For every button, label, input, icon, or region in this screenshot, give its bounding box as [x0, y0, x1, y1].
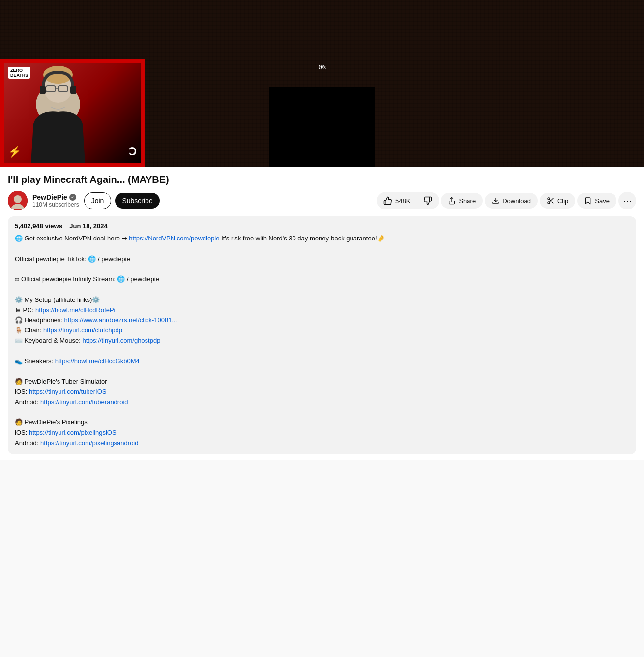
svg-point-13 [548, 202, 550, 204]
download-label: Download [502, 197, 531, 205]
channel-row: PewDiePie ✓ 110M subscribers Join Subscr… [8, 191, 636, 210]
subscriber-count: 110M subscribers [32, 201, 79, 208]
tuber-ios-label: iOS: [15, 388, 27, 395]
headphones-label: 🎧 Headphones: [15, 316, 62, 324]
pc-label: 🖥 PC: [15, 306, 33, 314]
sneakers-label: 👟 Sneakers: [15, 358, 53, 365]
channel-info: PewDiePie ✓ 110M subscribers [32, 193, 79, 208]
video-black-box [269, 87, 375, 167]
pc-link[interactable]: https://howl.me/clHcdRoIePi [35, 306, 116, 314]
pixelings-android-label: Android: [15, 439, 38, 447]
headphones-link[interactable]: https://www.anrdoezrs.net/click-10081... [64, 316, 177, 324]
chair-link[interactable]: https://tinyurl.com/clutchpdp [43, 327, 122, 334]
sneakers-link[interactable]: https://howl.me/clHccGkb0M4 [55, 358, 140, 365]
description-text: 🌐 Get exclusive NordVPN deal here ➡ http… [15, 234, 629, 448]
desc-line1-suffix: It's risk free with Nord's 30 day money-… [221, 235, 384, 242]
save-label: Save [595, 197, 610, 205]
svg-point-9 [14, 195, 22, 203]
thumbs-up-icon [383, 196, 392, 205]
more-icon: ⋯ [623, 195, 632, 206]
save-button[interactable]: Save [577, 193, 616, 209]
svg-line-16 [549, 199, 551, 201]
nordvpn-link[interactable]: https://NordVPN.com/pewdiepie [129, 235, 219, 242]
tuber-android-label: Android: [15, 398, 38, 406]
like-button[interactable]: 548K [377, 192, 417, 209]
thumbs-down-icon [423, 196, 432, 205]
infinity-line: ∞ Official pewdiepie Infinity Stream: 🌐 … [15, 275, 159, 283]
share-button[interactable]: Share [441, 193, 483, 209]
subscribe-button[interactable]: Subscribe [115, 193, 159, 209]
dp-logo: Ↄ [129, 146, 136, 158]
video-thumbnail: ⚡ Ↄ ZERODEATHS [0, 59, 145, 167]
tuber-header: 🧑 PewDiePie's Tuber Simulator [15, 378, 107, 385]
meta-line: 5,402,948 views Jun 18, 2024 [15, 222, 629, 230]
keyboard-label: ⌨️ Keyboard & Mouse: [15, 337, 81, 344]
chair-label: 🪑 Chair: [15, 327, 41, 334]
thumbnail-border: ⚡ Ↄ ZERODEATHS [0, 59, 145, 167]
setup-header: ⚙️ My Setup (affiliate links)⚙️ [15, 296, 100, 303]
view-count: 5,402,948 views [15, 222, 62, 230]
pixelings-ios-link[interactable]: https://tinyurl.com/pixelingsiOS [29, 429, 117, 436]
video-player[interactable]: 0% [0, 0, 644, 167]
channel-avatar[interactable] [8, 191, 28, 210]
svg-point-12 [548, 198, 550, 200]
download-button[interactable]: Download [485, 193, 538, 209]
channel-name-row: PewDiePie ✓ [32, 193, 79, 201]
channel-name[interactable]: PewDiePie [32, 193, 67, 201]
svg-rect-6 [40, 86, 46, 94]
dislike-button[interactable] [417, 192, 439, 209]
tuber-ios-link[interactable]: https://tinyurl.com/tuberIOS [29, 388, 107, 395]
like-count: 548K [395, 197, 410, 205]
bookmark-icon [584, 197, 592, 205]
zero-label: ZERODEATHS [8, 67, 30, 79]
more-button[interactable]: ⋯ [618, 192, 636, 209]
desc-line1: 🌐 Get exclusive NordVPN deal here ➡ [15, 235, 127, 242]
channel-left: PewDiePie ✓ 110M subscribers Join Subscr… [8, 191, 160, 210]
lightning-icon: ⚡ [8, 146, 21, 158]
clip-label: Clip [557, 197, 568, 205]
video-percentage: 0% [318, 63, 326, 71]
scissors-icon [547, 197, 555, 205]
share-icon [448, 197, 456, 205]
pixelings-android-link[interactable]: https://tinyurl.com/pixelingsandroid [40, 439, 138, 447]
svg-rect-7 [70, 86, 76, 94]
tuber-android-link[interactable]: https://tinyurl.com/tuberandroid [40, 398, 128, 406]
actions-row: 548K Share [377, 192, 636, 209]
keyboard-link[interactable]: https://tinyurl.com/ghostpdp [82, 337, 160, 344]
upload-date: Jun 18, 2024 [69, 222, 107, 230]
content-area: I'll play Minecraft Again... (MAYBE) Pew… [0, 167, 644, 460]
pixelings-ios-label: iOS: [15, 429, 27, 436]
like-dislike-group: 548K [377, 192, 439, 209]
verified-badge: ✓ [69, 194, 76, 201]
svg-line-15 [552, 202, 554, 204]
channel-buttons: Join Subscribe [84, 192, 160, 209]
video-title: I'll play Minecraft Again... (MAYBE) [8, 173, 636, 186]
download-icon [492, 197, 499, 205]
join-button[interactable]: Join [84, 192, 112, 209]
clip-button[interactable]: Clip [540, 193, 575, 209]
tiktok-line: Official pewdiepie TikTok: 🌐 / pewdiepie [15, 255, 130, 263]
share-label: Share [459, 197, 476, 205]
pixelings-header: 🧑 PewDiePie's Pixelings [15, 418, 88, 426]
description-box: 5,402,948 views Jun 18, 2024 🌐 Get exclu… [8, 216, 636, 454]
